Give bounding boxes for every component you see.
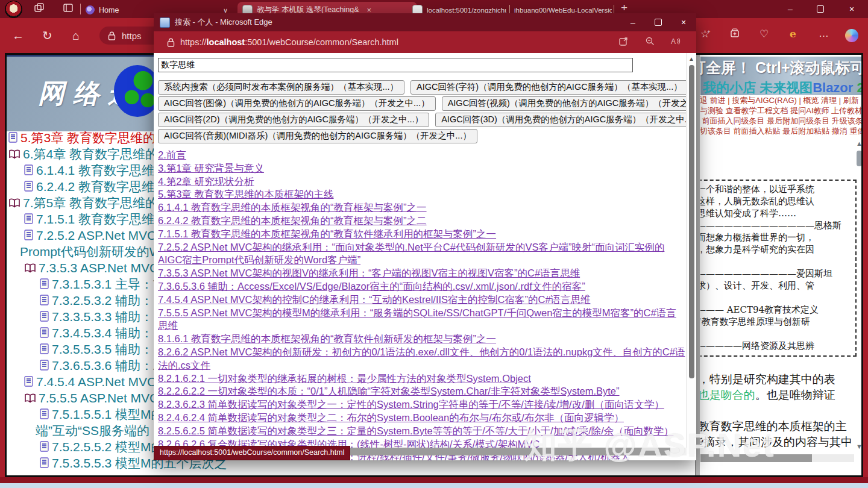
search-action-button[interactable]: AIGC回答(图像)（调用免费的他创方的AIGC服务端）（开发之中...）	[158, 96, 436, 111]
minimize-button[interactable]: –	[780, 0, 800, 18]
search-buttons: 系统内搜索（必须同时发布本案例的服务端）（基本实现...）AIGC回答(字符)（…	[158, 80, 696, 143]
highlighted-text: 也是吻合的	[700, 388, 755, 401]
open-book-icon	[8, 198, 20, 208]
vertical-tabs-icon[interactable]	[63, 2, 74, 17]
result-link[interactable]: 8.2.6.2 ASP.Net MVC架构的创新研发：初创方的0/1语法的.ex…	[158, 346, 686, 372]
banner-links: 我的小店 未来视图Blazor 20:28	[703, 79, 863, 95]
screen: Home ∨ 教与学 本机版 逸琴(Teaching& × localhost:…	[0, 0, 868, 488]
popup-address-bar[interactable]: https://localhost:5001/webCourse/common/…	[154, 31, 696, 53]
quote-line: 思维认知变成了科学……	[700, 207, 854, 219]
page-icon	[40, 441, 49, 452]
result-link[interactable]: 4.第2章 研究现状分析	[158, 175, 686, 189]
search-action-button[interactable]: 系统内搜索（必须同时发布本案例的服务端）（基本实现...）	[158, 80, 404, 95]
popup-url: https://localhost:5001/webCourse/common/…	[180, 37, 398, 47]
result-link[interactable]: 7.4.5.4 ASP.Net MVC架构的控制C的继承利用：“互动的Kestr…	[158, 293, 686, 307]
refresh-icon[interactable]: ↻	[42, 28, 52, 43]
search-action-button[interactable]: AIGC回答(2D)（调用免费的他创方的AIGC服务端）（开发之中...）	[158, 113, 429, 127]
result-link[interactable]: 2.前言	[158, 149, 686, 162]
scrollbar-thumb[interactable]	[857, 151, 862, 166]
quote-line	[700, 292, 854, 304]
search-input[interactable]	[158, 58, 633, 72]
panel-toolbar-row[interactable]: 剪切该条目 前面插入粘贴 最后附加粘贴 撤消 重做 保存	[700, 126, 863, 136]
search-action-button[interactable]: AIGC回答(字符)（调用免费的他创方的AIGC服务端）（基本实现...）	[410, 80, 688, 95]
result-link[interactable]: 5.第3章 教育数字思维的本质框架的主线	[158, 188, 686, 201]
result-link[interactable]: 6.2.4.2 教育数字思维的本质框架视角的“教育框架与案例”之二	[158, 214, 686, 228]
scrollbar-thumb[interactable]	[689, 65, 694, 378]
search-popup-window: 搜索 - 个人 - Microsoft Edge – × https://loc…	[154, 13, 696, 460]
result-link[interactable]: 7.2.5.2 ASP.Net MVC架构的继承利用：“面向对象类型的.Net平…	[158, 241, 686, 267]
search-action-button[interactable]: AIGC回答(3D)（调用免费的他创方的AIGC服务端）（开发之中...）	[435, 113, 696, 127]
lock-icon	[167, 38, 175, 47]
future-view-link[interactable]: 未来视图	[760, 80, 813, 95]
copilot-icon[interactable]	[845, 29, 858, 42]
result-link[interactable]: 8.1.6.1 教育数字思维的本质框架视角的“教育软件创新研发的框架与案例”之一	[158, 333, 686, 346]
result-link[interactable]: 7.3.5.3 ASP.Net MVC架构的视图V的继承利用：“客户端的视图V宿…	[158, 267, 686, 280]
quote-line: 而想象力概括着世界的一切，	[700, 231, 854, 243]
panel-toolbar-row[interactable]: 目 前面插入同级条目 最后附加同级条目 升级该条目一级	[700, 116, 863, 126]
panel-toolbar-links: 后退 前进 | 搜索与AIGC(RAG) | 概览 清理 | 刷新业与测验 查看…	[700, 95, 863, 136]
body-line: ”也是吻合的。也是唯物辩证	[700, 387, 863, 402]
search-action-button[interactable]: AIGC回答(视频)（调用免费的他创方的AIGC服务端）（开发之中...）	[442, 96, 696, 111]
maximize-button[interactable]	[810, 0, 831, 18]
watermark: 知乎 @ASP.Net	[523, 423, 775, 469]
blazor-link[interactable]: Blazor	[813, 80, 853, 95]
page-icon	[40, 295, 49, 306]
tab-groups-icon[interactable]	[34, 2, 45, 17]
url-text: https	[122, 31, 142, 41]
open-in-browser-icon[interactable]	[618, 36, 629, 48]
tab-title: localhost:5001/zongzhichu/lunwen	[427, 7, 506, 14]
shop-link[interactable]: 我的小店	[703, 80, 756, 95]
result-link[interactable]: 8.2.2.6.2.2 一切对象类型的本质：“0/1”人机隐喻“字符对象类型Sy…	[158, 385, 686, 398]
fullscreen-hint: 可全屏！ Ctrl+滚动鼠标可放	[700, 58, 863, 78]
page-favicon	[160, 17, 170, 28]
read-aloud-icon[interactable]: A	[670, 36, 681, 48]
collections-icon[interactable]	[729, 28, 740, 42]
quote-box: 一个和谐的整体，以近乎系统这样，人脑无数杂乱的思维认思维认知变成了科学……———…	[700, 180, 857, 357]
ie-mode-icon[interactable]: e	[790, 28, 796, 40]
svg-text:A: A	[671, 37, 676, 46]
vertical-scrollbar[interactable]: ▲	[686, 53, 696, 454]
quote-line: ——— AECT94教育技术定义	[700, 304, 854, 316]
panel-toolbar-row[interactable]: 业与测验 查看教学工程文档 提问AI教师 上传教材资源	[700, 105, 863, 116]
body-line	[700, 402, 863, 418]
scroll-down-icon[interactable]: ▼	[856, 443, 863, 450]
zoom-out-icon[interactable]	[645, 36, 655, 48]
page-icon	[40, 327, 49, 339]
page-icon	[40, 360, 49, 371]
page-icon	[8, 132, 18, 143]
home-icon[interactable]: ⌂	[72, 28, 80, 43]
popup-title: 搜索 - 个人 - Microsoft Edge	[175, 17, 272, 28]
page-icon	[40, 343, 49, 355]
result-link[interactable]: 6.1.4.1 教育数字思维的本质框架视角的“教育框架与案例”之一	[158, 201, 686, 214]
result-link[interactable]: 8.2.3.6.2.3 简单数据读写的对象类型之一：定性的System.Stri…	[158, 398, 686, 411]
settings-more-icon[interactable]: …	[819, 28, 829, 40]
result-link[interactable]: 7.3.6.5.3.6 辅助：Access/Excel/VS/Edge/Blaz…	[158, 280, 686, 293]
scroll-up-icon[interactable]: ▲	[688, 55, 694, 62]
page-icon	[40, 457, 49, 469]
close-button[interactable]: ×	[841, 0, 862, 18]
back-icon[interactable]: ←	[12, 28, 24, 43]
tab-title: Home	[99, 6, 119, 14]
minimize-button[interactable]: –	[621, 13, 645, 31]
profile-avatar[interactable]	[5, 1, 22, 18]
scroll-up-icon[interactable]: ▲	[856, 140, 863, 147]
result-link[interactable]: 7.5.5.5 ASP.Net MVC架构的模型M的继承利用：“服务端的SQLi…	[158, 307, 686, 333]
quote-line: —————网络资源及其思辨	[700, 340, 854, 352]
result-link[interactable]: 3.第1章 研究背景与意义	[158, 162, 686, 175]
panel-toolbar-row[interactable]: 后退 前进 | 搜索与AIGC(RAG) | 概览 清理 | 刷新	[700, 95, 863, 105]
maximize-icon	[817, 5, 824, 13]
close-button[interactable]: ×	[671, 13, 696, 31]
result-link[interactable]: 8.2.1.6.2.1 一切对象类型的继承拓展的树根：最少属性方法的对象类型Sy…	[158, 372, 686, 386]
window-frame-bottom	[0, 477, 868, 483]
new-tab-button[interactable]: +	[621, 1, 627, 14]
search-action-button[interactable]: AIGC回答(音频)(MIDI器乐)（调用免费的他创方的AIGC服务端）（开发之…	[158, 129, 477, 143]
result-link[interactable]: 7.1.5.1 教育数字思维的本质框架视角的“教育软件继承利用的框架与案例”之一	[158, 228, 686, 241]
popup-titlebar[interactable]: 搜索 - 个人 - Microsoft Edge – ×	[154, 13, 696, 31]
page-icon	[24, 230, 34, 241]
maximize-button[interactable]	[646, 13, 670, 31]
open-book-icon	[24, 263, 36, 273]
lock-icon	[108, 31, 116, 40]
favorites-icon[interactable]: ☆	[700, 28, 713, 40]
browser-essentials-icon[interactable]: ♡	[760, 28, 769, 40]
clock-time: 20:28	[857, 80, 864, 95]
